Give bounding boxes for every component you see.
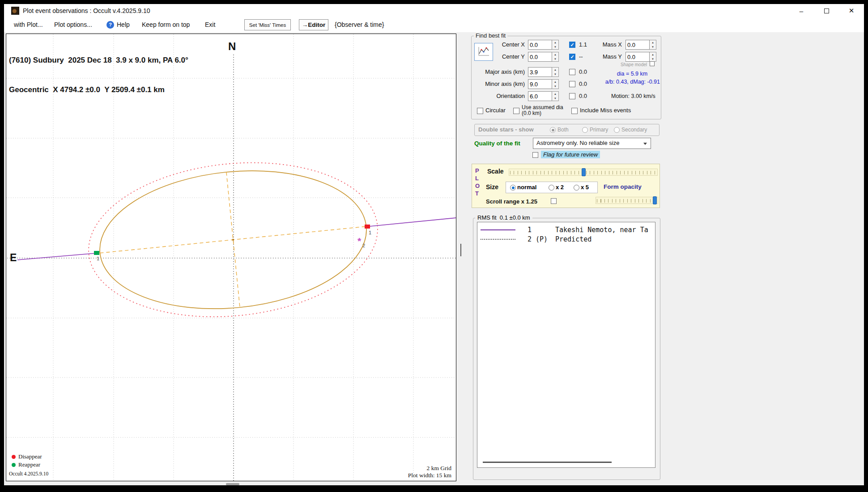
double-stars-secondary-label: Secondary: [621, 127, 647, 133]
list-item[interactable]: 1 Takeshi Nemoto, near Ta: [477, 225, 655, 234]
circular-label: Circular: [485, 106, 506, 115]
close-button[interactable]: ✕: [839, 4, 864, 17]
spin-down-icon[interactable]: ▼: [552, 84, 558, 89]
center-x-input[interactable]: [528, 40, 552, 50]
quality-dropdown[interactable]: Astrometry only. No reliable size: [533, 138, 651, 149]
splitter-handle[interactable]: [460, 244, 461, 256]
major-axis-checkbox[interactable]: [569, 69, 575, 75]
plot-geocentric: Geocentric X 4794.2 ±0.0 Y 2509.4 ±0.1 k…: [9, 85, 188, 95]
spin-up-icon[interactable]: ▲: [650, 52, 656, 57]
include-miss-label: Include Miss events: [580, 106, 631, 115]
menu-help[interactable]: Help: [117, 17, 130, 32]
spin-up-icon[interactable]: ▲: [552, 40, 558, 45]
double-stars-both-radio[interactable]: [550, 127, 556, 133]
axis-lines: [7, 55, 456, 481]
slider-ticks: [597, 199, 657, 203]
north-label: N: [228, 40, 236, 53]
ellipse-center-dot: [232, 239, 234, 241]
editor-button[interactable]: →Editor: [299, 19, 328, 30]
titlebar: Plot event observations : Occult v.4.202…: [4, 4, 864, 17]
reappear-marker: [94, 251, 99, 255]
motion-info: Motion: 3.00 km/s: [611, 91, 655, 101]
chord-number-left: 1: [97, 256, 99, 261]
spin-down-icon[interactable]: ▼: [552, 96, 558, 101]
shape-model-checkbox[interactable]: [650, 61, 655, 66]
spin-down-icon[interactable]: ▼: [650, 45, 656, 49]
spin-down-icon[interactable]: ▼: [552, 57, 558, 61]
flag-review-checkbox[interactable]: [532, 152, 538, 158]
form-opacity-slider[interactable]: [596, 197, 658, 204]
center-x-checkbox[interactable]: ✓: [569, 42, 575, 48]
menu-keep-form-on-top[interactable]: Keep form on top: [142, 17, 190, 32]
minimize-button[interactable]: –: [789, 4, 814, 17]
quality-dropdown-value: Astrometry only. No reliable size: [536, 140, 619, 146]
orientation-checkbox[interactable]: [569, 93, 575, 99]
menu-exit[interactable]: Exit: [205, 17, 215, 32]
observations-list[interactable]: 1 Takeshi Nemoto, near Ta 2 (P) Predicte…: [477, 222, 655, 468]
spin-up-icon[interactable]: ▲: [552, 92, 558, 96]
double-stars-group: Double stars - show Both Primary Seconda…: [474, 124, 660, 136]
minor-axis-label: Minor axis (km): [471, 79, 525, 89]
size-x2-radio[interactable]: [549, 185, 554, 191]
form-opacity-slider-thumb[interactable]: [653, 196, 657, 204]
size-normal-label: normal: [517, 184, 536, 191]
bottom-scrollbar-nub[interactable]: [226, 483, 239, 485]
orientation-input[interactable]: [528, 91, 552, 101]
scale-slider[interactable]: [509, 169, 658, 176]
center-y-check-label: --: [579, 52, 583, 62]
grid-scale-label: 2 km Grid: [384, 465, 451, 472]
mass-x-spinner[interactable]: ▲▼: [650, 40, 656, 50]
rms-fit-label: RMS fit: [477, 214, 497, 221]
east-label: E: [10, 252, 17, 264]
orientation-spinner[interactable]: ▲▼: [552, 91, 559, 101]
spin-down-icon[interactable]: ▼: [552, 45, 558, 49]
size-x2-label: x 2: [556, 184, 564, 191]
minor-axis-spinner[interactable]: ▲▼: [552, 79, 559, 89]
spin-up-icon[interactable]: ▲: [552, 52, 558, 57]
mass-y-spinner[interactable]: ▲▼: [650, 52, 656, 62]
axis-ratio-info: a/b: 0.43, dMag: -0.91: [593, 79, 660, 85]
legend-reappear: Reappear: [12, 462, 40, 468]
spin-up-icon[interactable]: ▲: [552, 80, 558, 84]
list-item[interactable]: 2 (P) Predicted: [477, 234, 655, 244]
major-axis-label: Major axis (km): [471, 67, 525, 77]
center-y-checkbox[interactable]: ✓: [569, 54, 575, 60]
spin-up-icon[interactable]: ▲: [552, 68, 558, 72]
mass-y-input[interactable]: [625, 52, 650, 62]
plot-letter-p: P: [475, 167, 479, 174]
center-x-spinner[interactable]: ▲▼: [552, 40, 559, 50]
major-axis-input[interactable]: [528, 67, 552, 77]
chevron-down-icon: [643, 143, 647, 145]
spin-up-icon[interactable]: ▲: [650, 40, 656, 45]
scroll-range-checkbox[interactable]: [551, 198, 557, 204]
major-axis-spinner[interactable]: ▲▼: [552, 67, 559, 77]
chord-line-right: [370, 218, 456, 226]
horizontal-scrollbar[interactable]: [483, 462, 612, 463]
circular-checkbox[interactable]: [477, 108, 483, 114]
plot-letter-o: O: [475, 182, 480, 189]
use-assumed-dia-checkbox[interactable]: [513, 108, 519, 114]
menu-with-plot[interactable]: with Plot...: [14, 17, 43, 32]
spin-down-icon[interactable]: ▼: [650, 57, 656, 61]
menu-observer-time[interactable]: {Observer & time}: [335, 17, 384, 32]
mass-x-input[interactable]: [625, 40, 650, 50]
spin-down-icon[interactable]: ▼: [552, 72, 558, 76]
set-miss-times-button[interactable]: Set 'Miss' Times: [244, 19, 291, 30]
legend-reappear-label: Reappear: [18, 461, 40, 468]
chord-style-solid: [481, 229, 515, 230]
include-miss-checkbox[interactable]: [571, 108, 578, 114]
double-stars-caption: Double stars - show: [478, 126, 534, 133]
minor-axis-checkbox[interactable]: [569, 81, 575, 87]
center-y-spinner[interactable]: ▲▼: [552, 52, 559, 62]
size-normal-radio[interactable]: [510, 185, 516, 191]
help-icon[interactable]: ?: [106, 21, 114, 29]
double-stars-secondary-radio[interactable]: [614, 127, 620, 133]
maximize-button[interactable]: [814, 4, 839, 17]
scale-label: Scale: [487, 168, 504, 175]
double-stars-primary-radio[interactable]: [582, 127, 588, 133]
minor-axis-input[interactable]: [528, 79, 552, 89]
menu-plot-options[interactable]: Plot options...: [54, 17, 92, 32]
scale-slider-thumb[interactable]: [582, 168, 586, 176]
size-x5-radio[interactable]: [574, 185, 579, 191]
center-y-input[interactable]: [528, 52, 552, 62]
